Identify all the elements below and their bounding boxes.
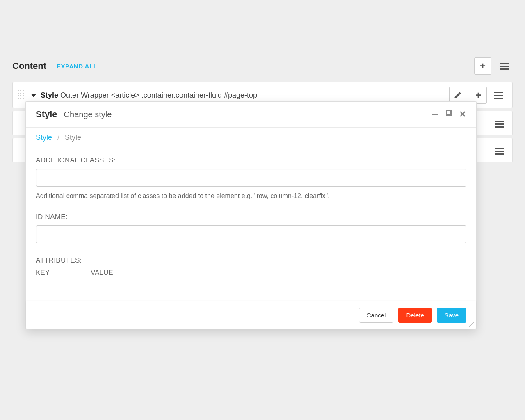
item-classes: .container.container-fluid bbox=[142, 91, 222, 99]
id-name-label: ID NAME: bbox=[36, 213, 466, 221]
additional-classes-help: Additional comma separated list of class… bbox=[36, 192, 466, 200]
hamburger-icon bbox=[495, 121, 504, 128]
breadcrumb-current: Style bbox=[65, 133, 81, 142]
expand-all-button[interactable]: EXPAND ALL bbox=[57, 63, 97, 70]
breadcrumb-sep: / bbox=[57, 133, 59, 142]
delete-button[interactable]: Delete bbox=[398, 308, 431, 323]
id-name-input[interactable] bbox=[36, 225, 466, 243]
resize-handle[interactable] bbox=[469, 321, 475, 327]
additional-classes-input[interactable] bbox=[36, 169, 466, 187]
dialog-header: Style Change style ✕ bbox=[26, 102, 476, 128]
cancel-button[interactable]: Cancel bbox=[359, 308, 394, 323]
dialog-subtitle: Change style bbox=[64, 110, 112, 119]
attributes-value-header: VALUE bbox=[91, 269, 113, 277]
dialog-close-button[interactable]: ✕ bbox=[459, 110, 466, 119]
plus-icon: + bbox=[480, 61, 486, 71]
dialog-footer: Cancel Delete Save bbox=[26, 301, 476, 329]
add-top-button[interactable]: + bbox=[474, 57, 491, 75]
item-menu-button[interactable] bbox=[491, 115, 508, 132]
tree-item-label[interactable]: Style Outer Wrapper <article> .container… bbox=[41, 91, 449, 100]
attributes-label: ATTRIBUTES: bbox=[36, 256, 466, 265]
item-id: #page-top bbox=[224, 91, 257, 99]
breadcrumb-root[interactable]: Style bbox=[36, 133, 52, 142]
page-title: Content bbox=[12, 61, 46, 71]
top-menu-button[interactable] bbox=[495, 57, 513, 75]
page-header: Content EXPAND ALL + bbox=[12, 57, 513, 75]
hamburger-icon bbox=[495, 148, 504, 155]
dialog-minimize-button[interactable] bbox=[432, 114, 438, 115]
dialog-body: ADDITIONAL CLASSES: Additional comma sep… bbox=[26, 148, 476, 301]
pencil-icon bbox=[454, 91, 462, 99]
item-tag: <article> bbox=[111, 91, 139, 99]
plus-icon: + bbox=[475, 90, 481, 100]
hamburger-icon bbox=[500, 63, 509, 70]
hamburger-icon bbox=[494, 92, 503, 99]
item-type: Style bbox=[41, 91, 58, 99]
style-dialog: Style Change style ✕ Style / Style ADDIT… bbox=[25, 101, 477, 329]
drag-handle[interactable] bbox=[18, 90, 26, 100]
dialog-title: Style bbox=[36, 109, 57, 120]
item-name: Outer Wrapper bbox=[60, 91, 109, 99]
collapse-toggle[interactable] bbox=[31, 94, 37, 97]
item-menu-button[interactable] bbox=[491, 142, 508, 160]
breadcrumb: Style / Style bbox=[26, 128, 476, 148]
save-button[interactable]: Save bbox=[437, 308, 466, 323]
dialog-maximize-button[interactable] bbox=[446, 110, 452, 116]
additional-classes-label: ADDITIONAL CLASSES: bbox=[36, 156, 466, 164]
attributes-key-header: KEY bbox=[36, 269, 50, 277]
item-menu-button[interactable] bbox=[490, 87, 507, 104]
